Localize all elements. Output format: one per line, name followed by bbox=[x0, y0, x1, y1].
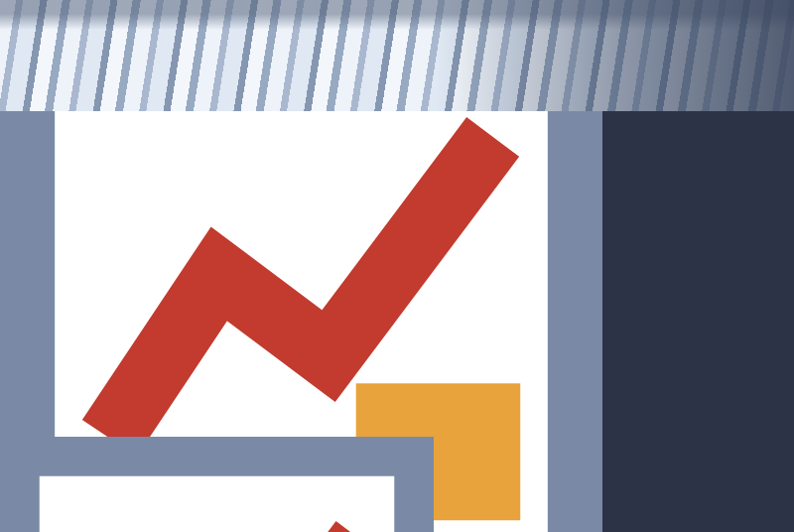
app-icon bbox=[0, 437, 434, 532]
desktop: t2m in test FileEditViewHistoryBookmarks… bbox=[0, 0, 794, 532]
wallpaper-top bbox=[0, 0, 794, 111]
wallpaper-left bbox=[0, 89, 58, 532]
titlebar-t2m-in-2020[interactable]: t2m in 2020 bbox=[0, 437, 434, 532]
window-t2m-in-2020: t2m in 2020 FileEditViewHistoryBookmarks… bbox=[0, 437, 434, 532]
